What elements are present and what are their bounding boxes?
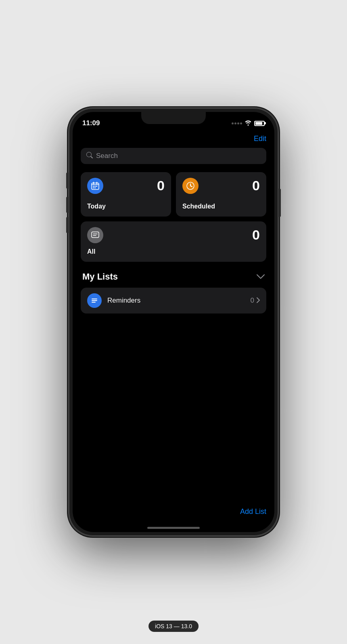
svg-line-11 (190, 186, 192, 187)
reminders-count-area: 0 (251, 297, 260, 305)
svg-rect-8 (94, 187, 96, 188)
chevron-down-icon[interactable] (257, 273, 265, 281)
scheduled-icon (182, 178, 199, 194)
today-card-top: 0 (87, 178, 165, 194)
cards-grid: 0 Today (81, 172, 266, 217)
search-icon (86, 152, 93, 160)
scheduled-label: Scheduled (182, 203, 260, 210)
today-icon (87, 178, 103, 194)
all-card-top: 0 (87, 227, 260, 243)
svg-rect-5 (94, 186, 96, 187)
notch (141, 112, 206, 124)
reminders-name: Reminders (107, 297, 245, 305)
today-card[interactable]: 0 Today (81, 172, 171, 217)
svg-rect-4 (93, 186, 94, 187)
edit-button[interactable]: Edit (254, 135, 266, 143)
reminders-list-item[interactable]: Reminders 0 (81, 288, 266, 314)
search-bar[interactable]: Search (81, 148, 266, 164)
svg-rect-6 (96, 186, 97, 187)
all-label: All (87, 248, 260, 255)
add-list-button[interactable]: Add List (240, 507, 266, 516)
battery-icon (254, 121, 265, 126)
status-time: 11:09 (82, 119, 100, 127)
scheduled-card-top: 0 (182, 178, 260, 194)
svg-rect-7 (93, 187, 94, 188)
signal-icon (232, 122, 242, 124)
home-indicator (147, 527, 200, 529)
status-icons (232, 120, 265, 127)
reminders-chevron-icon (257, 297, 260, 304)
search-placeholder: Search (96, 152, 118, 160)
all-card[interactable]: 0 All (81, 221, 266, 262)
all-icon (87, 227, 103, 243)
scheduled-card[interactable]: 0 Scheduled (176, 172, 266, 217)
main-content: Edit Search (73, 131, 274, 532)
screen: 11:09 (73, 112, 274, 532)
my-lists-title: My Lists (82, 271, 118, 282)
edit-row: Edit (81, 131, 266, 148)
phone-frame: 11:09 (69, 108, 278, 536)
my-lists-header: My Lists (81, 271, 266, 282)
today-label: Today (87, 203, 165, 210)
phone-wrapper: 11:09 (0, 0, 347, 644)
all-count: 0 (252, 227, 260, 243)
ios-badge: iOS 13 — 13.0 (148, 621, 199, 632)
reminders-icon (87, 293, 102, 308)
wifi-icon (245, 120, 252, 127)
svg-rect-12 (92, 232, 99, 238)
today-count: 0 (157, 178, 165, 194)
scheduled-count: 0 (252, 178, 260, 194)
reminders-count: 0 (251, 297, 254, 305)
